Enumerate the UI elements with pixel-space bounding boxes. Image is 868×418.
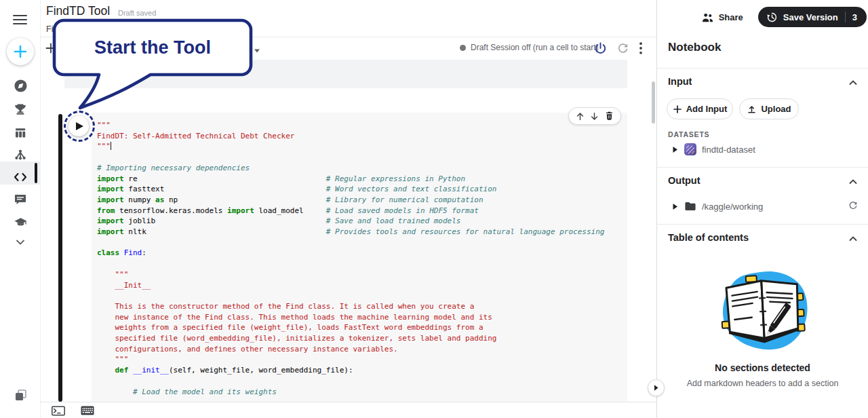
toc-collapse-button[interactable] bbox=[848, 233, 859, 244]
chevron-up-icon bbox=[848, 77, 859, 88]
input-section-title: Input bbox=[668, 76, 692, 87]
add-input-label: Add Input bbox=[686, 104, 728, 114]
upload-button[interactable]: Upload bbox=[739, 98, 799, 119]
toc-section-title: Table of contents bbox=[668, 232, 749, 243]
output-collapse-button[interactable] bbox=[848, 176, 859, 187]
datasets-icon bbox=[14, 126, 27, 140]
caret-right-icon bbox=[672, 203, 678, 210]
save-version-label: Save Version bbox=[783, 12, 838, 22]
sidebar-item-datasets[interactable] bbox=[0, 122, 41, 144]
notebook-title: FindTD Tool bbox=[46, 4, 110, 18]
toolbar-more-button[interactable] bbox=[632, 39, 650, 57]
cell-actions-toolbar bbox=[568, 107, 621, 125]
sync-icon bbox=[616, 42, 629, 55]
sidebar-item-competitions[interactable] bbox=[0, 98, 41, 120]
share-label: Share bbox=[719, 12, 743, 22]
move-cell-up-button[interactable] bbox=[574, 110, 587, 122]
share-button[interactable]: Share bbox=[701, 12, 743, 22]
arrow-up-icon bbox=[575, 111, 585, 121]
sidebar-item-models[interactable] bbox=[0, 144, 41, 166]
notebook-scrollbar-thumb[interactable] bbox=[652, 81, 655, 124]
terminal-icon bbox=[52, 406, 65, 416]
output-path: /kaggle/working bbox=[702, 202, 763, 212]
learn-icon bbox=[14, 216, 28, 229]
add-icon bbox=[12, 43, 28, 60]
delete-cell-button[interactable] bbox=[603, 110, 615, 122]
power-icon bbox=[593, 41, 608, 56]
console-button[interactable] bbox=[51, 405, 66, 416]
sidebar-item-discussions[interactable] bbox=[0, 189, 41, 210]
notebook-illustration bbox=[706, 263, 820, 360]
sidebar-item-copy[interactable] bbox=[0, 384, 41, 406]
dataset-name: findtd-dataset bbox=[702, 145, 755, 155]
sidebar-item-home[interactable] bbox=[0, 75, 41, 96]
session-status: Draft Session off (run a cell to start) bbox=[460, 43, 599, 52]
input-collapse-button[interactable] bbox=[848, 77, 859, 88]
output-folder-row[interactable]: /kaggle/working bbox=[657, 198, 868, 214]
notebook-bottom-bar bbox=[41, 402, 656, 418]
draft-status: Draft saved bbox=[118, 9, 156, 17]
create-button[interactable] bbox=[7, 38, 34, 65]
caret-right-icon bbox=[672, 146, 678, 153]
add-icon bbox=[43, 41, 58, 56]
collapsed-cell[interactable] bbox=[64, 60, 627, 88]
explore-icon bbox=[14, 79, 28, 93]
menu-file[interactable]: File bbox=[46, 24, 60, 34]
run-cell-button[interactable] bbox=[68, 116, 89, 136]
session-status-dot bbox=[460, 45, 466, 51]
session-restart-button[interactable] bbox=[614, 39, 631, 57]
copy-icon bbox=[14, 388, 28, 402]
save-version-button[interactable]: Save Version 3 bbox=[758, 7, 867, 27]
divider bbox=[657, 224, 868, 225]
upload-icon bbox=[747, 104, 757, 114]
dataset-icon bbox=[684, 143, 696, 155]
kebab-menu-icon bbox=[639, 42, 642, 54]
panel-title: Notebook bbox=[668, 41, 721, 54]
notebook-toolbar: Draft Session off (run a cell to start) bbox=[41, 37, 656, 60]
save-version-divider bbox=[845, 12, 846, 22]
version-count-badge[interactable]: 3 bbox=[851, 12, 859, 22]
code-editor[interactable]: """FindDT: Self-Admitted Technical Debt … bbox=[92, 113, 627, 402]
arrow-down-icon bbox=[589, 111, 599, 121]
keyboard-icon bbox=[81, 406, 94, 415]
left-sidebar bbox=[0, 0, 41, 418]
keyboard-shortcuts-button[interactable] bbox=[80, 405, 95, 416]
discussions-icon bbox=[14, 193, 27, 206]
add-cell-button[interactable] bbox=[43, 41, 58, 56]
caret-right-icon bbox=[653, 384, 659, 392]
refresh-output-button[interactable] bbox=[848, 200, 860, 212]
top-actions: Share Save Version 3 bbox=[701, 7, 867, 27]
menu-icon[interactable] bbox=[12, 11, 29, 28]
move-cell-down-button[interactable] bbox=[589, 110, 601, 122]
chevron-down-icon bbox=[15, 238, 26, 246]
datasets-label: DATASETS bbox=[668, 130, 709, 138]
share-people-icon bbox=[701, 12, 714, 22]
notebook-header: FindTD Tool Draft saved File bbox=[41, 0, 656, 37]
session-status-text: Draft Session off (run a cell to start) bbox=[471, 43, 599, 52]
divider bbox=[657, 68, 868, 69]
panel-collapse-button[interactable] bbox=[648, 379, 665, 396]
toc-empty-title: No sections detected bbox=[657, 362, 868, 373]
code-icon bbox=[13, 170, 28, 184]
add-icon bbox=[673, 104, 682, 114]
cell-focus-bar bbox=[58, 114, 62, 402]
toc-empty-hint: Add markdown headers to add a section bbox=[657, 379, 868, 388]
dropdown-caret-icon bbox=[254, 48, 260, 54]
trash-icon bbox=[604, 111, 614, 121]
models-icon bbox=[14, 148, 27, 162]
folder-icon bbox=[684, 201, 696, 212]
refresh-icon bbox=[848, 200, 859, 211]
add-input-button[interactable]: Add Input bbox=[667, 98, 733, 119]
dataset-row[interactable]: findtd-dataset bbox=[657, 141, 868, 157]
sidebar-item-code[interactable] bbox=[0, 166, 41, 188]
right-panel: Notebook Input Add Input Upload DATASETS bbox=[656, 0, 868, 418]
sidebar-item-learn[interactable] bbox=[0, 212, 41, 233]
competitions-icon bbox=[14, 102, 27, 116]
session-power-button[interactable] bbox=[591, 39, 609, 57]
upload-label: Upload bbox=[761, 104, 791, 114]
divider bbox=[657, 167, 868, 168]
sidebar-item-more[interactable] bbox=[0, 231, 41, 253]
chevron-up-icon bbox=[848, 176, 859, 187]
history-icon bbox=[766, 12, 778, 23]
add-cell-dropdown[interactable] bbox=[254, 44, 260, 50]
